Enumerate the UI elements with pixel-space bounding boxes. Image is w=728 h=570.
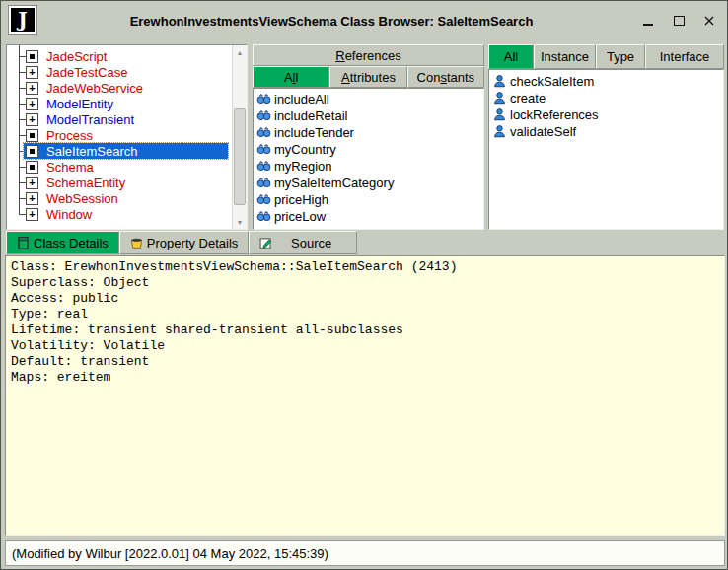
window-controls	[642, 1, 715, 40]
box-icon	[128, 236, 145, 250]
reference-item-pricelow[interactable]: priceLow	[254, 208, 483, 225]
reference-item-mysaleitemcategory[interactable]: mySaleItemCategory	[254, 175, 483, 191]
methods-panel: AllInstanceTypeInterface checkSaleItemcr…	[488, 44, 724, 230]
binoculars-icon	[255, 176, 272, 190]
subtab-constants[interactable]: Constants	[407, 66, 484, 88]
subtab-all[interactable]: All	[253, 66, 329, 88]
tree-item-label: ModelTransient	[46, 112, 134, 127]
scrollbar-thumb[interactable]	[234, 108, 246, 205]
expand-plus-icon[interactable]: +	[26, 177, 38, 189]
tree-item-label: JadeTestCase	[46, 65, 127, 80]
leaf-box-icon[interactable]	[26, 50, 38, 63]
reference-item-includeall[interactable]: includeAll	[254, 91, 483, 107]
tab-interface[interactable]: Interface	[645, 44, 724, 69]
maximize-button[interactable]	[673, 15, 685, 27]
tree-item-websession[interactable]: +WebSession	[8, 190, 231, 206]
reference-item-label: mySaleItemCategory	[274, 176, 394, 190]
jade-logo-icon: J	[9, 6, 36, 34]
tree-item-saleitemsearch[interactable]: SaleItemSearch	[8, 143, 231, 159]
reference-item-label: priceHigh	[274, 192, 328, 207]
tree-item-label: JadeScript	[46, 49, 107, 64]
tree-item-schema[interactable]: Schema	[8, 159, 231, 175]
details-line: Superclass: Object	[11, 275, 719, 291]
reference-item-mycountry[interactable]: myCountry	[254, 141, 483, 158]
binoculars-icon	[255, 192, 272, 207]
tab-source[interactable]: Source	[249, 231, 357, 254]
expand-plus-icon[interactable]: +	[26, 192, 38, 205]
tree-item-label: SchemaEntity	[46, 176, 125, 190]
tab-label: Class Details	[34, 236, 118, 250]
method-item-checksaleitem[interactable]: checkSaleItem	[489, 73, 723, 90]
expand-plus-icon[interactable]: +	[26, 66, 38, 79]
tab-instance[interactable]: Instance	[534, 44, 596, 69]
binoculars-icon	[255, 92, 272, 107]
reference-item-includeretail[interactable]: includeRetail	[254, 107, 483, 124]
tree-item-jadetestcase[interactable]: +JadeTestCase	[8, 64, 231, 80]
subtab-label: All	[284, 70, 298, 85]
reference-item-label: includeAll	[274, 92, 329, 107]
expand-plus-icon[interactable]: +	[26, 208, 38, 221]
method-item-create[interactable]: create	[489, 90, 723, 107]
tree-item-label: Window	[46, 207, 92, 222]
tree-item-modelentity[interactable]: +ModelEntity	[8, 96, 231, 111]
close-button[interactable]	[703, 15, 715, 27]
class-tree: JadeScript+JadeTestCase+JadeWebService+M…	[8, 45, 231, 229]
tab-property-details[interactable]: Property Details	[119, 231, 249, 254]
expand-plus-icon[interactable]: +	[26, 113, 38, 126]
reference-item-includetender[interactable]: includeTender	[254, 124, 483, 141]
expand-plus-icon[interactable]: +	[26, 82, 38, 95]
tree-item-modeltransient[interactable]: +ModelTransient	[8, 111, 231, 127]
leaf-box-icon[interactable]	[26, 161, 38, 174]
details-line: Volatility: Volatile	[11, 338, 719, 354]
methods-tabs: AllInstanceTypeInterface	[488, 44, 724, 69]
scroll-up-icon[interactable]: ▲	[233, 45, 247, 59]
methods-list: checkSaleItemcreatelockReferencesvalidat…	[488, 69, 724, 230]
tab-label: Instance	[541, 49, 589, 64]
tree-item-jadewebservice[interactable]: +JadeWebService	[8, 80, 231, 96]
status-text: (Modified by Wilbur [2022.0.01] 04 May 2…	[12, 546, 328, 561]
detail-tabs: Class DetailsProperty DetailsSource	[6, 231, 357, 254]
leaf-box-icon[interactable]	[26, 145, 38, 158]
tree-item-window[interactable]: +Window	[8, 206, 231, 222]
maximize-icon	[674, 16, 685, 26]
class-details-pane: Class: ErewhonInvestmentsViewSchema::Sal…	[5, 255, 725, 536]
tab-label: Interface	[660, 49, 710, 64]
scroll-down-icon[interactable]: ▼	[233, 215, 247, 229]
title-bar: J ErewhonInvestmentsViewSchema Class Bro…	[1, 1, 727, 40]
subtab-attributes[interactable]: Attributes	[329, 66, 406, 88]
leaf-box-icon[interactable]	[26, 129, 38, 142]
tab-class-details[interactable]: Class Details	[6, 231, 119, 254]
minimize-button[interactable]	[642, 15, 654, 27]
tab-references[interactable]: References	[253, 44, 484, 66]
tree-item-schemaentity[interactable]: +SchemaEntity	[8, 175, 231, 190]
tree-item-label: ModelEntity	[46, 97, 113, 111]
person-icon	[491, 74, 508, 89]
class-browser-window: J ErewhonInvestmentsViewSchema Class Bro…	[0, 0, 728, 570]
method-item-lockreferences[interactable]: lockReferences	[489, 107, 723, 123]
person-icon	[491, 124, 508, 139]
binoculars-icon	[255, 209, 272, 224]
tab-type[interactable]: Type	[596, 44, 645, 69]
expand-plus-icon[interactable]: +	[26, 98, 38, 110]
tree-item-jadescript[interactable]: JadeScript	[8, 48, 231, 64]
reference-item-myregion[interactable]: myRegion	[254, 158, 483, 175]
binoculars-icon	[255, 125, 272, 140]
jade-logo-letter: J	[18, 8, 27, 32]
tab-all[interactable]: All	[488, 44, 534, 69]
details-line: Type: real	[11, 307, 719, 322]
details-line: Access: public	[11, 291, 719, 307]
pencil-icon	[257, 236, 274, 250]
tree-scrollbar[interactable]: ▲ ▼	[232, 45, 247, 229]
binoculars-icon	[255, 142, 272, 157]
reference-item-label: includeTender	[274, 125, 354, 140]
method-item-label: create	[510, 91, 546, 106]
binoculars-icon	[255, 159, 272, 174]
tree-item-label: Process	[46, 128, 93, 143]
close-icon	[703, 15, 715, 27]
tree-item-process[interactable]: Process	[8, 127, 231, 143]
tree-item-label: SaleItemSearch	[46, 144, 138, 159]
method-item-validateself[interactable]: validateSelf	[489, 123, 723, 140]
reference-item-label: myCountry	[274, 142, 336, 157]
tree-item-label: Schema	[46, 160, 94, 175]
reference-item-pricehigh[interactable]: priceHigh	[254, 191, 483, 208]
